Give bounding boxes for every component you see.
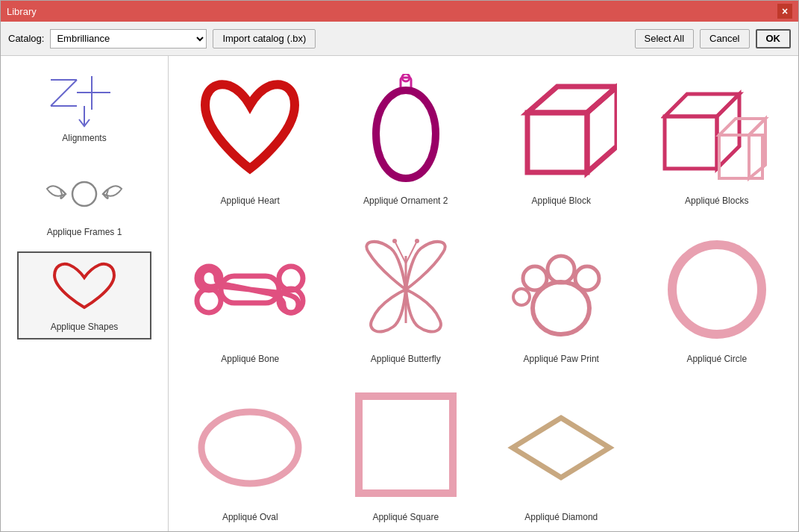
applique-heart-image: [190, 72, 310, 191]
alignments-icon: [40, 70, 129, 130]
grid-item-applique-blocks[interactable]: Appliqué Blocks: [643, 63, 792, 214]
applique-bone-label: Appliqué Bone: [221, 354, 279, 364]
svg-point-24: [392, 239, 397, 243]
grid-item-applique-block[interactable]: Appliqué Block: [487, 63, 636, 214]
svg-point-32: [201, 412, 298, 484]
sidebar-item-applique-frames[interactable]: Applique Frames 1: [17, 157, 151, 244]
applique-butterfly-image: [346, 230, 466, 349]
grid-item-applique-diamond[interactable]: Appliqué Diamond: [487, 380, 636, 531]
grid-item-applique-heart[interactable]: Appliqué Heart: [176, 63, 325, 214]
applique-paw-label: Appliqué Paw Print: [524, 354, 599, 364]
applique-blocks-image: [657, 72, 777, 191]
sidebar: Alignments Applique Frames 1: [1, 56, 169, 531]
grid-item-applique-paw[interactable]: Appliqué Paw Print: [487, 222, 636, 372]
window-title: Library: [7, 6, 37, 17]
import-catalog-button[interactable]: Import catalog (.bx): [213, 29, 316, 48]
svg-line-1: [51, 80, 77, 106]
sidebar-item-applique-shapes[interactable]: Applique Shapes: [17, 251, 151, 339]
svg-point-6: [72, 182, 96, 206]
applique-block-image: [501, 72, 621, 191]
applique-block-label: Appliqué Block: [532, 195, 591, 206]
grid-item-applique-bone[interactable]: Appliqué Bone: [176, 222, 325, 372]
applique-heart-label: Appliqué Heart: [221, 195, 280, 206]
svg-marker-34: [513, 418, 610, 478]
svg-point-25: [415, 239, 419, 243]
applique-shapes-icon: [40, 259, 129, 319]
applique-oval-label: Appliqué Oval: [222, 512, 278, 522]
sidebar-item-alignments[interactable]: Alignments: [17, 63, 151, 150]
applique-paw-image: [501, 230, 621, 349]
applique-frames-icon: [40, 164, 129, 224]
catalog-label: Catalog:: [8, 33, 44, 44]
grid-item-applique-oval[interactable]: Appliqué Oval: [176, 380, 325, 531]
item-grid: Appliqué Heart Appliqué Ornament 2: [176, 63, 791, 531]
applique-ornament-label: Appliqué Ornament 2: [363, 195, 448, 206]
grid-item-applique-square[interactable]: Appliqué Square: [332, 380, 480, 531]
svg-point-29: [575, 266, 599, 290]
select-all-button[interactable]: Select All: [635, 29, 694, 48]
applique-square-label: Appliqué Square: [372, 512, 439, 522]
sidebar-item-alignments-label: Alignments: [62, 133, 106, 143]
library-window: Library × Catalog: Embrilliance Import c…: [0, 0, 799, 532]
grid-item-applique-ornament[interactable]: Appliqué Ornament 2: [332, 63, 480, 214]
applique-circle-image: [657, 230, 777, 349]
grid-item-applique-circle[interactable]: Appliqué Circle: [643, 222, 792, 372]
svg-point-30: [513, 289, 530, 305]
applique-oval-image: [190, 388, 310, 507]
applique-butterfly-label: Appliqué Butterfly: [371, 354, 441, 364]
sidebar-item-applique-shapes-label: Applique Shapes: [51, 322, 119, 332]
title-bar: Library ×: [1, 1, 798, 22]
grid-area: Appliqué Heart Appliqué Ornament 2: [169, 56, 798, 531]
svg-point-31: [672, 245, 762, 334]
svg-rect-12: [665, 116, 717, 169]
svg-rect-33: [359, 396, 453, 493]
cancel-button[interactable]: Cancel: [700, 29, 749, 48]
catalog-select[interactable]: Embrilliance: [50, 29, 207, 48]
svg-marker-11: [587, 87, 617, 172]
applique-square-image: [346, 388, 466, 507]
applique-bone-image: [190, 230, 310, 349]
applique-diamond-label: Appliqué Diamond: [524, 512, 598, 522]
toolbar: Catalog: Embrilliance Import catalog (.b…: [1, 22, 798, 56]
sidebar-item-applique-frames-label: Applique Frames 1: [47, 227, 122, 237]
svg-rect-9: [527, 113, 587, 172]
applique-ornament-image: [346, 72, 466, 191]
applique-blocks-label: Appliqué Blocks: [685, 195, 748, 206]
svg-point-28: [548, 256, 574, 283]
ok-button[interactable]: OK: [756, 29, 792, 48]
grid-item-applique-butterfly[interactable]: Appliqué Butterfly: [332, 222, 480, 372]
applique-circle-label: Appliqué Circle: [686, 354, 747, 364]
main-content: Alignments Applique Frames 1: [1, 56, 798, 531]
svg-point-27: [523, 266, 547, 290]
close-button[interactable]: ×: [777, 4, 792, 19]
applique-diamond-image: [501, 388, 621, 507]
